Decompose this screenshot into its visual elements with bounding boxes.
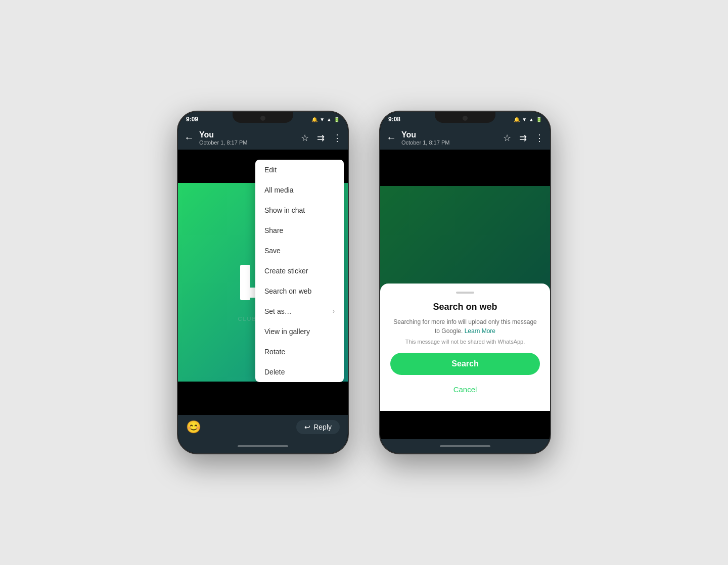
forward-button-1[interactable]: ⇉: [317, 132, 325, 144]
forward-button-2[interactable]: ⇉: [519, 132, 527, 144]
phone-1-screen: 9:09 🔔 ▼ ▲ 🔋 ← You October 1, 8:17 PM ☆ …: [178, 112, 348, 453]
header-info-1: You October 1, 8:17 PM: [199, 130, 296, 146]
star-button-1[interactable]: ☆: [301, 132, 309, 144]
status-bar-1: 9:09 🔔 ▼ ▲ 🔋: [178, 112, 348, 126]
star-button-2[interactable]: ☆: [503, 132, 511, 144]
phones-container: 9:09 🔔 ▼ ▲ 🔋 ← You October 1, 8:17 PM ☆ …: [177, 111, 551, 454]
cancel-button[interactable]: Cancel: [390, 380, 540, 399]
signal-icon-2: ▲: [529, 117, 534, 122]
menu-item-create-sticker-label: Create sticker: [264, 267, 308, 275]
reply-label: Reply: [313, 423, 332, 431]
phone-2-screen: 9:08 🔔 ▼ ▲ 🔋 ← You October 1, 8:17 PM ☆ …: [380, 112, 550, 453]
chat-area-1: CLUBWC.INFO Edit All media Show in chat: [178, 150, 348, 415]
contact-date-2: October 1, 8:17 PM: [401, 139, 498, 146]
context-menu: Edit All media Show in chat Share Save: [255, 160, 344, 382]
menu-item-view-in-gallery[interactable]: View in gallery: [255, 321, 344, 342]
menu-item-delete[interactable]: Delete: [255, 362, 344, 382]
menu-item-save-label: Save: [264, 247, 281, 255]
menu-item-search-on-web[interactable]: Search on web: [255, 281, 344, 301]
learn-more-link[interactable]: Learn More: [465, 327, 495, 335]
menu-item-edit[interactable]: Edit: [255, 160, 344, 180]
menu-item-set-as[interactable]: Set as… ›: [255, 301, 344, 321]
status-time-2: 9:08: [388, 116, 400, 123]
app-header-2: ← You October 1, 8:17 PM ☆ ⇉ ⋮: [380, 126, 550, 150]
notification-icon-2: 🔔: [514, 117, 520, 122]
phone-1: 9:09 🔔 ▼ ▲ 🔋 ← You October 1, 8:17 PM ☆ …: [177, 111, 349, 454]
contact-date-1: October 1, 8:17 PM: [199, 139, 296, 146]
menu-item-save[interactable]: Save: [255, 241, 344, 261]
search-on-web-sheet: Search on web Searching for more info wi…: [380, 284, 550, 411]
more-button-1[interactable]: ⋮: [333, 132, 342, 144]
home-bar-2: [440, 445, 490, 447]
wifi-icon-2: ▼: [522, 117, 527, 122]
search-button[interactable]: Search: [390, 353, 540, 375]
chat-area-2: WBI CLUBWC.INFO Search on web Searching …: [380, 150, 550, 439]
sheet-note: This message will not be shared with Wha…: [390, 339, 540, 345]
menu-item-edit-label: Edit: [264, 166, 277, 174]
status-icons-2: 🔔 ▼ ▲ 🔋: [514, 117, 542, 122]
more-button-2[interactable]: ⋮: [535, 132, 544, 144]
status-bar-2: 9:08 🔔 ▼ ▲ 🔋: [380, 112, 550, 126]
back-button-2[interactable]: ←: [386, 132, 396, 144]
menu-item-search-on-web-label: Search on web: [264, 287, 311, 295]
chevron-right-icon: ›: [333, 308, 335, 315]
header-actions-2: ☆ ⇉ ⋮: [503, 132, 544, 144]
header-actions-1: ☆ ⇉ ⋮: [301, 132, 342, 144]
menu-item-share-label: Share: [264, 226, 283, 234]
menu-item-show-in-chat[interactable]: Show in chat: [255, 200, 344, 220]
menu-item-rotate-label: Rotate: [264, 348, 285, 356]
sheet-title: Search on web: [390, 302, 540, 312]
menu-item-view-in-gallery-label: View in gallery: [264, 327, 310, 336]
home-indicator-1: [178, 439, 348, 453]
signal-icon: ▲: [327, 117, 332, 122]
status-time-1: 9:09: [186, 116, 198, 123]
sheet-handle: [456, 292, 474, 294]
contact-name-2: You: [401, 130, 498, 139]
reply-icon: ↩: [304, 423, 310, 431]
menu-item-rotate[interactable]: Rotate: [255, 342, 344, 362]
bottom-bar-1: 😊 ↩ Reply: [178, 415, 348, 439]
header-info-2: You October 1, 8:17 PM: [401, 130, 498, 146]
menu-item-set-as-label: Set as…: [264, 307, 292, 315]
battery-icon-2: 🔋: [536, 117, 542, 122]
contact-name-1: You: [199, 130, 296, 139]
status-icons-1: 🔔 ▼ ▲ 🔋: [311, 117, 340, 122]
menu-item-delete-label: Delete: [264, 368, 285, 376]
menu-item-show-in-chat-label: Show in chat: [264, 206, 305, 214]
wifi-icon: ▼: [320, 117, 325, 122]
menu-item-share[interactable]: Share: [255, 220, 344, 241]
app-header-1: ← You October 1, 8:17 PM ☆ ⇉ ⋮: [178, 126, 348, 150]
home-indicator-2: [380, 439, 550, 453]
reply-button-1[interactable]: ↩ Reply: [296, 420, 340, 434]
menu-item-create-sticker[interactable]: Create sticker: [255, 261, 344, 281]
emoji-button-1[interactable]: 😊: [186, 420, 201, 434]
menu-item-all-media-label: All media: [264, 186, 294, 194]
home-bar-1: [238, 445, 288, 447]
notification-icon: 🔔: [311, 117, 317, 122]
back-button-1[interactable]: ←: [184, 132, 194, 144]
phone-2: 9:08 🔔 ▼ ▲ 🔋 ← You October 1, 8:17 PM ☆ …: [379, 111, 551, 454]
menu-item-all-media[interactable]: All media: [255, 180, 344, 200]
battery-icon: 🔋: [334, 117, 340, 122]
sheet-description: Searching for more info will upload only…: [390, 317, 540, 336]
